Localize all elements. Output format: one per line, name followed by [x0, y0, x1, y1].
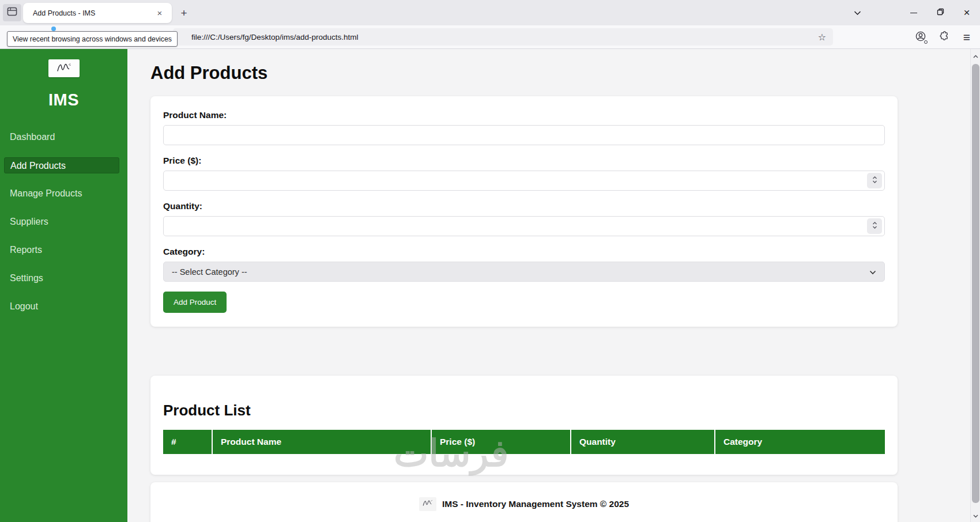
puzzle-icon: [938, 31, 949, 44]
sidebar-logo: [48, 59, 80, 77]
minimize-icon: [910, 13, 917, 13]
close-window-button[interactable]: ×: [953, 0, 980, 25]
sidebar-item-settings[interactable]: Settings: [4, 270, 119, 286]
account-status-dot: [924, 40, 928, 44]
price-input[interactable]: [163, 171, 885, 191]
sidebar-item-logout[interactable]: Logout: [4, 298, 119, 315]
ims-logo-monogram-icon: [54, 61, 74, 76]
new-tab-button[interactable]: +: [176, 6, 191, 21]
quantity-input[interactable]: [163, 216, 885, 236]
page-content: IMS Dashboard Add Products Manage Produc…: [0, 49, 980, 522]
footer-logo: [419, 497, 436, 511]
quantity-field-wrap: [163, 216, 885, 236]
quantity-number-stepper[interactable]: [867, 218, 882, 234]
main-area: Add Products Product Name: Price ($): Qu…: [127, 49, 980, 522]
footer-text: IMS - Inventory Management System © 2025: [442, 499, 629, 509]
chevron-down-icon: [854, 7, 861, 18]
hamburger-menu-icon: ≡: [963, 31, 970, 44]
category-selected-value: -- Select Category --: [172, 267, 869, 277]
price-label: Price ($):: [163, 156, 885, 166]
close-tab-icon[interactable]: ×: [153, 7, 166, 20]
price-field-wrap: [163, 171, 885, 191]
app-menu-button[interactable]: ≡: [958, 29, 975, 46]
product-name-input[interactable]: [163, 125, 885, 145]
column-header-quantity: Quantity: [571, 430, 715, 454]
url-bar[interactable]: file:///C:/Users/fg/Desktop/ims/add-prod…: [173, 28, 833, 46]
browser-tab-strip: Add Products - IMS × + ×: [0, 0, 980, 25]
product-list-table: # Product Name Price ($) Quantity Catego…: [163, 430, 885, 454]
select-chevron-down-icon: [869, 267, 876, 277]
restore-button[interactable]: [927, 0, 953, 25]
page-scrollbar[interactable]: [970, 49, 980, 522]
product-list-card: Product List # Product Name Price ($) Qu…: [150, 376, 898, 475]
extensions-button[interactable]: [935, 29, 952, 46]
category-label: Category:: [163, 247, 885, 257]
firefox-view-icon: [6, 6, 18, 20]
category-select[interactable]: -- Select Category --: [163, 262, 885, 282]
toolbar-icons: ≡: [912, 25, 975, 49]
add-product-button[interactable]: Add Product: [163, 292, 227, 313]
minimize-button[interactable]: [900, 0, 927, 25]
ims-logo-monogram-icon: [421, 498, 435, 510]
add-product-form-card: Product Name: Price ($): Quantity: Categ…: [150, 96, 898, 327]
quantity-label: Quantity:: [163, 201, 885, 211]
bookmark-star-icon[interactable]: ☆: [818, 32, 826, 43]
restore-icon: [937, 7, 944, 18]
url-text: file:///C:/Users/fg/Desktop/ims/add-prod…: [191, 33, 818, 41]
product-list-title: Product List: [163, 402, 885, 419]
firefox-view-indicator-dot: [51, 27, 56, 31]
sidebar-item-dashboard[interactable]: Dashboard: [4, 129, 119, 145]
price-number-stepper[interactable]: [867, 173, 882, 188]
column-header-category: Category: [715, 430, 885, 454]
scrollbar-thumb[interactable]: [972, 64, 979, 503]
scroll-down-arrow-icon[interactable]: [971, 511, 980, 521]
firefox-view-tooltip: View recent browsing across windows and …: [7, 31, 178, 47]
firefox-view-button[interactable]: [3, 4, 21, 21]
window-controls: ×: [844, 0, 980, 25]
sidebar-item-suppliers[interactable]: Suppliers: [4, 214, 119, 230]
sidebar-brand: IMS: [0, 90, 127, 109]
scroll-up-arrow-icon[interactable]: [971, 51, 980, 61]
sidebar: IMS Dashboard Add Products Manage Produc…: [0, 49, 127, 522]
table-header-row: # Product Name Price ($) Quantity Catego…: [163, 430, 885, 454]
sidebar-item-manage-products[interactable]: Manage Products: [4, 186, 119, 202]
account-button[interactable]: [912, 29, 929, 46]
footer-card: IMS - Inventory Management System © 2025: [150, 482, 898, 522]
sidebar-item-reports[interactable]: Reports: [4, 242, 119, 258]
product-name-field-wrap: [163, 125, 885, 145]
list-tabs-button[interactable]: [844, 0, 870, 25]
sidebar-nav: Dashboard Add Products Manage Products S…: [0, 129, 127, 315]
close-icon: ×: [963, 6, 970, 19]
stepper-chevrons-icon: [872, 221, 877, 232]
column-header-product-name: Product Name: [212, 430, 431, 454]
tab-title: Add Products - IMS: [33, 9, 153, 17]
browser-tab[interactable]: Add Products - IMS ×: [23, 3, 172, 23]
column-header-price: Price ($): [431, 430, 571, 454]
column-header-number: #: [163, 430, 212, 454]
page-title: Add Products: [150, 63, 898, 84]
product-name-label: Product Name:: [163, 110, 885, 120]
stepper-chevrons-icon: [872, 176, 877, 186]
sidebar-item-add-products[interactable]: Add Products: [4, 157, 119, 173]
